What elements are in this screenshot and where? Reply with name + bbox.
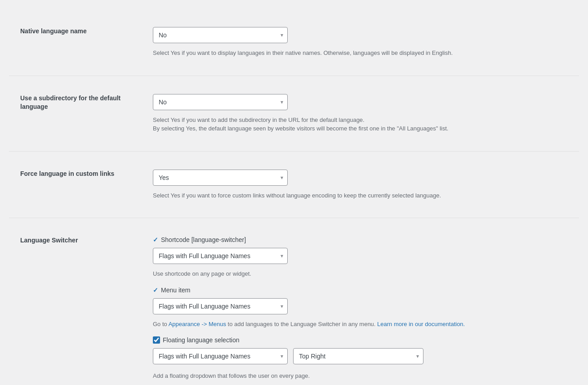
subdirectory-row: Use a subdirectory for the default langu…: [9, 76, 579, 152]
native-language-row: Native language name No Yes ▾ Select Yes…: [9, 9, 579, 76]
menu-item-select-wrapper: Flags with Full Language Names Flags Onl…: [153, 298, 288, 314]
language-switcher-label: Language Switcher: [16, 227, 144, 254]
menu-item-description: Go to Appearance -> Menus to add languag…: [153, 320, 465, 329]
floating-style-select-wrapper: Flags with Full Language Names Flags Onl…: [153, 348, 288, 364]
floating-checkbox[interactable]: [153, 336, 160, 344]
force-language-controls: Yes No ▾ Select Yes if you want to force…: [144, 161, 445, 209]
shortcode-style-select[interactable]: Flags with Full Language Names Flags Onl…: [153, 248, 288, 264]
menu-item-checkmark-row: ✓ Menu item: [153, 287, 465, 294]
settings-page: Native language name No Yes ▾ Select Yes…: [0, 0, 588, 385]
menu-item-check-icon: ✓: [153, 287, 158, 294]
floating-block: Floating language selection Flags with F…: [153, 336, 465, 381]
force-language-label: Force language in custom links: [16, 161, 144, 188]
native-language-select[interactable]: No Yes: [153, 27, 288, 43]
subdirectory-controls: No Yes ▾ Select Yes if you want to add t…: [144, 85, 453, 142]
menu-item-block: ✓ Menu item Flags with Full Language Nam…: [153, 287, 465, 329]
appearance-menus-link[interactable]: Appearance -> Menus: [169, 321, 226, 327]
menu-item-label-text: Menu item: [161, 287, 190, 294]
subdirectory-label: Use a subdirectory for the default langu…: [16, 85, 144, 121]
shortcode-checkmark-row: ✓ Shortcode [language-switcher]: [153, 236, 465, 243]
shortcode-check-icon: ✓: [153, 236, 158, 243]
force-language-row: Force language in custom links Yes No ▾ …: [9, 152, 579, 219]
native-language-select-wrapper: No Yes ▾: [153, 27, 288, 43]
shortcode-block: ✓ Shortcode [language-switcher] Flags wi…: [153, 236, 465, 278]
shortcode-description: Use shortcode on any page or widget.: [153, 269, 465, 278]
floating-style-select[interactable]: Flags with Full Language Names Flags Onl…: [153, 348, 288, 364]
force-language-select-wrapper: Yes No ▾: [153, 170, 288, 186]
subdirectory-select-wrapper: No Yes ▾: [153, 94, 288, 110]
subdirectory-select[interactable]: No Yes: [153, 94, 288, 110]
language-switcher-row: Language Switcher ✓ Shortcode [language-…: [9, 218, 579, 385]
native-language-description: Select Yes if you want to display langua…: [153, 49, 453, 58]
floating-selects-row: Flags with Full Language Names Flags Onl…: [153, 348, 465, 368]
floating-description: Add a floating dropdown that follows the…: [153, 372, 465, 381]
subdirectory-description: Select Yes if you want to add the subdir…: [153, 116, 448, 133]
shortcode-select-wrapper: Flags with Full Language Names Flags Onl…: [153, 248, 288, 264]
learn-more-link[interactable]: Learn more in our documentation.: [377, 321, 465, 327]
floating-label-text: Floating language selection: [163, 336, 239, 344]
shortcode-label-text: Shortcode [language-switcher]: [161, 236, 246, 243]
language-switcher-controls: ✓ Shortcode [language-switcher] Flags wi…: [144, 227, 469, 385]
floating-checkbox-row[interactable]: Floating language selection: [153, 336, 465, 344]
menu-item-style-select[interactable]: Flags with Full Language Names Flags Onl…: [153, 298, 288, 314]
native-language-label: Native language name: [16, 18, 144, 45]
floating-position-select[interactable]: Top Right Top Left Bottom Right Bottom L…: [293, 348, 423, 364]
floating-position-select-wrapper: Top Right Top Left Bottom Right Bottom L…: [293, 348, 423, 364]
force-language-description: Select Yes if you want to force custom l…: [153, 191, 441, 200]
force-language-select[interactable]: Yes No: [153, 170, 288, 186]
native-language-controls: No Yes ▾ Select Yes if you want to displ…: [144, 18, 457, 67]
